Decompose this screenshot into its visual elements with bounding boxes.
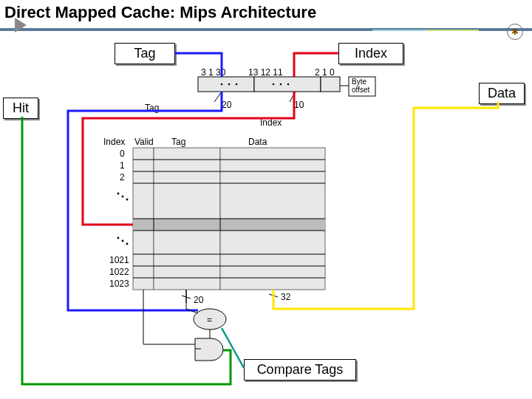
svg-point-34 [122, 240, 124, 242]
addr-offset-field [321, 77, 340, 92]
svg-text:0: 0 [120, 149, 125, 159]
byte-offset-l1: Byte [352, 78, 366, 86]
tag-bits: 20 [222, 100, 232, 110]
data-out-bits: 32 [281, 292, 291, 302]
addr-split-hi: 13 12 11 [248, 67, 283, 78]
byte-offset-l2: offset [352, 86, 369, 94]
svg-point-2 [236, 83, 238, 86]
addr-tag-field [198, 77, 254, 92]
svg-point-30 [117, 193, 120, 195]
addr-split-lo: 2 1 0 [315, 67, 335, 78]
svg-point-5 [287, 83, 290, 86]
svg-text:1021: 1021 [109, 255, 129, 265]
svg-text:1022: 1022 [109, 267, 129, 277]
wire-compare-pointer [222, 328, 244, 368]
svg-text:2: 2 [120, 172, 125, 183]
comparator-eq: = [207, 315, 212, 325]
cache-rows [133, 148, 325, 290]
svg-text:Valid: Valid [134, 137, 154, 147]
and-gate-icon [195, 338, 223, 361]
svg-text:Index: Index [103, 137, 125, 147]
selected-row [133, 219, 325, 231]
svg-point-4 [280, 83, 282, 86]
cache-table: Index Valid Tag Data 0 1 [103, 137, 325, 290]
svg-point-31 [122, 196, 124, 198]
tag-out-bits: 20 [194, 295, 204, 305]
svg-text:Data: Data [248, 137, 267, 147]
svg-point-3 [273, 83, 275, 86]
svg-point-35 [126, 243, 129, 245]
diagram-svg: 3 1 30 13 12 11 2 1 0 Byte offset 20 10 … [0, 0, 532, 399]
index-bits: 10 [294, 100, 304, 110]
svg-text:Tag: Tag [171, 137, 185, 147]
svg-point-1 [228, 83, 231, 86]
svg-point-33 [117, 237, 120, 239]
svg-point-0 [221, 83, 223, 86]
svg-point-32 [126, 199, 129, 201]
svg-text:1: 1 [120, 160, 125, 171]
svg-text:1023: 1023 [109, 279, 129, 289]
